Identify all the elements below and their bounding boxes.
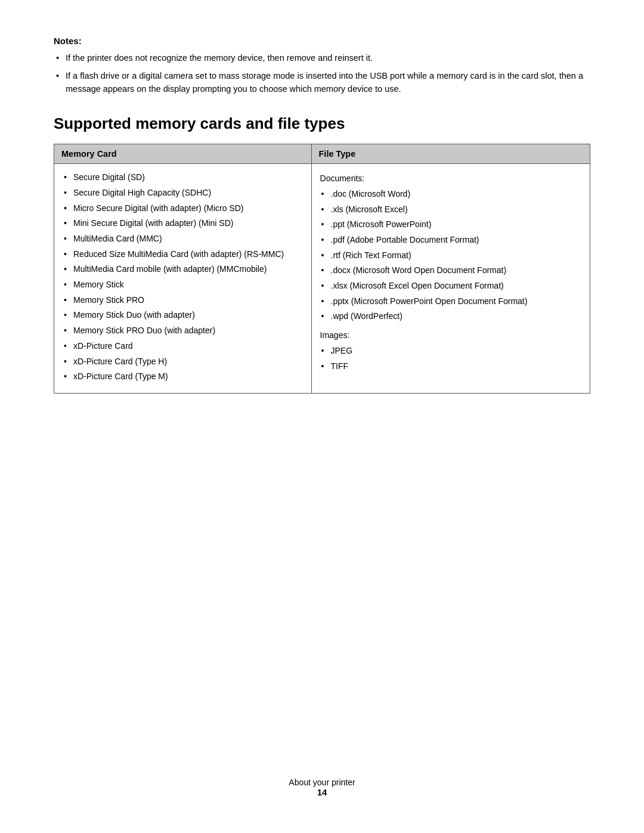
- col-header-memory-card: Memory Card: [54, 144, 312, 164]
- documents-label: Documents:: [320, 172, 581, 185]
- memory-card-item: xD-Picture Card: [63, 340, 303, 353]
- memory-card-item: MultiMedia Card mobile (with adapter) (M…: [63, 263, 303, 276]
- memory-card-item: Memory Stick Duo (with adapter): [63, 309, 303, 322]
- file-type-item: .docx (Microsoft Word Open Document Form…: [320, 264, 581, 277]
- images-list: JPEG TIFF: [320, 345, 581, 373]
- memory-card-item: Reduced Size MultiMedia Card (with adapt…: [63, 248, 303, 261]
- documents-list: .doc (Microsoft Word) .xls (Microsoft Ex…: [320, 188, 581, 323]
- note-item-2: If a flash drive or a digital camera set…: [54, 70, 590, 96]
- memory-card-item: Micro Secure Digital (with adapter) (Mic…: [63, 202, 303, 215]
- memory-table: Memory Card File Type Secure Digital (SD…: [54, 144, 590, 394]
- footer-text: About your printer: [0, 778, 644, 787]
- notes-list: If the printer does not recognize the me…: [54, 52, 590, 95]
- file-type-item: .wpd (WordPerfect): [320, 310, 581, 323]
- memory-card-item: xD-Picture Card (Type H): [63, 355, 303, 368]
- notes-label: Notes:: [54, 36, 590, 46]
- image-type-item: JPEG: [320, 345, 581, 358]
- file-type-col: Documents: .doc (Microsoft Word) .xls (M…: [311, 164, 590, 394]
- notes-section: Notes: If the printer does not recognize…: [54, 36, 590, 95]
- file-type-item: .rtf (Rich Text Format): [320, 249, 581, 262]
- image-type-item: TIFF: [320, 360, 581, 373]
- footer: About your printer 14: [0, 778, 644, 797]
- file-type-item: .xlsx (Microsoft Excel Open Document For…: [320, 280, 581, 293]
- memory-card-item: xD-Picture Card (Type M): [63, 370, 303, 383]
- memory-card-item: Memory Stick: [63, 278, 303, 292]
- memory-card-col: Secure Digital (SD) Secure Digital High …: [54, 164, 312, 394]
- file-type-item: .ppt (Microsoft PowerPoint): [320, 218, 581, 231]
- section-title: Supported memory cards and file types: [54, 114, 590, 133]
- memory-card-list: Secure Digital (SD) Secure Digital High …: [63, 171, 303, 383]
- file-type-item: .doc (Microsoft Word): [320, 188, 581, 201]
- images-label: Images:: [320, 329, 581, 342]
- memory-card-item: Memory Stick PRO Duo (with adapter): [63, 324, 303, 337]
- memory-card-item: Secure Digital (SD): [63, 171, 303, 184]
- file-type-item: .pptx (Microsoft PowerPoint Open Documen…: [320, 295, 581, 308]
- file-type-item: .pdf (Adobe Portable Document Format): [320, 234, 581, 247]
- memory-card-item: MultiMedia Card (MMC): [63, 233, 303, 246]
- memory-card-item: Secure Digital High Capacity (SDHC): [63, 187, 303, 200]
- memory-card-item: Mini Secure Digital (with adapter) (Mini…: [63, 217, 303, 230]
- note-item-1: If the printer does not recognize the me…: [54, 52, 590, 65]
- col-header-file-type: File Type: [311, 144, 590, 164]
- footer-page: 14: [0, 787, 644, 797]
- file-type-item: .xls (Microsoft Excel): [320, 203, 581, 216]
- memory-card-item-memory-stick-pro: Memory Stick PRO: [63, 294, 303, 307]
